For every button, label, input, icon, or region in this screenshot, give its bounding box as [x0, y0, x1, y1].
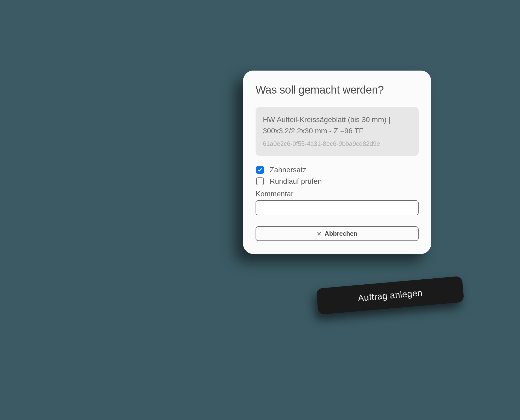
checkbox-zahnersatz[interactable]	[256, 166, 264, 174]
cancel-button[interactable]: Abbrechen	[256, 226, 419, 241]
create-order-button[interactable]: Auftrag anlegen	[316, 276, 464, 315]
close-icon	[317, 231, 321, 236]
create-order-label: Auftrag anlegen	[357, 287, 423, 303]
option-rundlauf-row[interactable]: Rundlauf prüfen	[256, 177, 419, 186]
dialog-title: Was soll gemacht werden?	[256, 84, 419, 96]
option-rundlauf-label: Rundlauf prüfen	[270, 177, 322, 186]
task-dialog: Was soll gemacht werden? HW Aufteil-Krei…	[243, 71, 431, 254]
checkbox-rundlauf[interactable]	[256, 177, 264, 185]
cancel-button-label: Abbrechen	[325, 230, 357, 237]
dialog-button-row: Abbrechen	[256, 226, 419, 241]
option-zahnersatz-label: Zahnersatz	[270, 166, 306, 174]
comment-field-label: Kommentar	[256, 190, 419, 198]
option-zahnersatz-row[interactable]: Zahnersatz	[256, 166, 419, 174]
product-summary-card: HW Aufteil-Kreissägeblatt (bis 30 mm) | …	[256, 107, 419, 156]
product-id: 61a0e2c6-0f55-4a31-8ec6-9bba9cd82d9e	[263, 139, 411, 148]
comment-input[interactable]	[256, 200, 419, 215]
checkmark-icon	[258, 168, 262, 172]
product-description: HW Aufteil-Kreissägeblatt (bis 30 mm) | …	[263, 114, 411, 137]
